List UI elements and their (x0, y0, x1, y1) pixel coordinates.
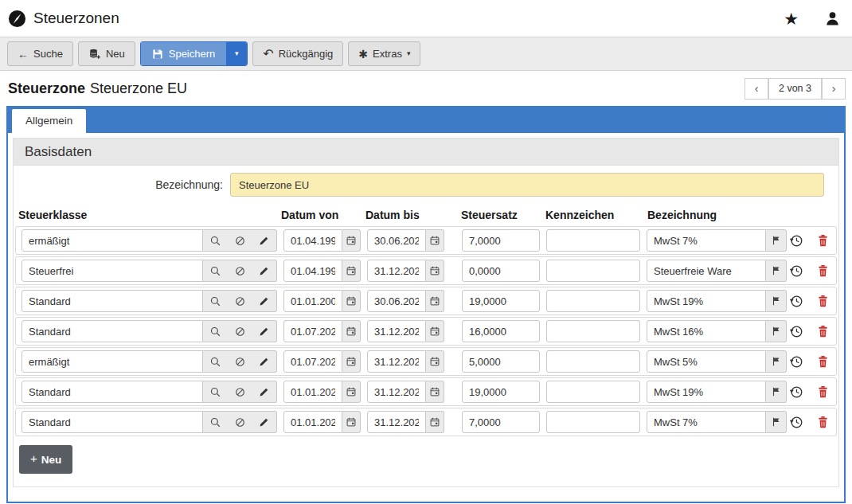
save-button[interactable]: Speichern (141, 42, 227, 65)
edit-button[interactable] (252, 291, 276, 311)
search-button[interactable]: ← Suche (7, 41, 73, 66)
translate-flag-button[interactable] (766, 411, 787, 433)
steuersatz-input[interactable] (462, 260, 540, 282)
datum-bis-picker-button[interactable] (426, 290, 444, 312)
datum-bis-picker-button[interactable] (426, 260, 444, 282)
clear-button[interactable] (228, 321, 252, 342)
datum-von-picker-button[interactable] (342, 381, 361, 403)
clear-button[interactable] (228, 291, 252, 311)
new-button[interactable]: Neu (78, 41, 135, 66)
steuersatz-input[interactable] (462, 290, 540, 312)
kennzeichen-input[interactable] (546, 290, 640, 312)
datum-von-picker-button[interactable] (342, 260, 361, 282)
translate-flag-button[interactable] (766, 260, 787, 282)
row-bezeichnung-input[interactable] (647, 320, 766, 342)
steuersatz-input[interactable] (462, 381, 540, 403)
history-icon[interactable] (789, 324, 803, 338)
steuersatz-input[interactable] (462, 320, 540, 342)
kennzeichen-input[interactable] (546, 411, 640, 433)
kennzeichen-input[interactable] (546, 260, 640, 282)
delete-trash-icon[interactable] (817, 416, 829, 428)
edit-button[interactable] (252, 351, 276, 372)
row-bezeichnung-input[interactable] (647, 290, 766, 312)
lookup-button[interactable] (203, 321, 228, 342)
lookup-button[interactable] (203, 412, 228, 432)
lookup-button[interactable] (203, 260, 228, 281)
delete-trash-icon[interactable] (817, 264, 829, 277)
tab-allgemein[interactable]: Allgemein (12, 109, 86, 133)
lookup-button[interactable] (203, 291, 228, 311)
delete-trash-icon[interactable] (817, 355, 829, 368)
datum-bis-input[interactable] (367, 290, 426, 312)
clear-button[interactable] (228, 260, 252, 281)
row-bezeichnung-input[interactable] (647, 260, 766, 282)
datum-von-picker-button[interactable] (342, 411, 361, 433)
save-dropdown-button[interactable]: ▾ (226, 42, 247, 65)
row-bezeichnung-input[interactable] (647, 229, 766, 252)
history-icon[interactable] (789, 354, 803, 369)
extras-button[interactable]: ✱ Extras ▾ (348, 41, 420, 66)
datum-von-picker-button[interactable] (342, 229, 361, 252)
lookup-button[interactable] (203, 230, 228, 251)
lookup-button[interactable] (203, 351, 228, 372)
datum-bis-input[interactable] (367, 411, 426, 433)
datum-bis-picker-button[interactable] (426, 350, 444, 373)
datum-von-picker-button[interactable] (342, 290, 361, 312)
datum-bis-input[interactable] (367, 260, 426, 282)
edit-button[interactable] (252, 260, 276, 281)
translate-flag-button[interactable] (766, 320, 787, 342)
delete-trash-icon[interactable] (817, 295, 829, 307)
bezeichnung-input[interactable] (230, 173, 824, 197)
kennzeichen-input[interactable] (546, 320, 640, 342)
translate-flag-button[interactable] (766, 381, 787, 403)
history-icon[interactable] (789, 233, 803, 248)
datum-bis-input[interactable] (367, 320, 426, 342)
edit-button[interactable] (252, 412, 276, 432)
datum-von-picker-button[interactable] (342, 350, 361, 373)
datum-bis-input[interactable] (367, 229, 426, 252)
clear-button[interactable] (228, 230, 252, 251)
history-icon[interactable] (789, 264, 803, 278)
steuerklasse-input[interactable] (21, 411, 203, 433)
steuerklasse-input[interactable] (21, 290, 203, 312)
edit-button[interactable] (252, 321, 276, 342)
steuerklasse-input[interactable] (21, 350, 203, 373)
datum-bis-input[interactable] (367, 381, 426, 403)
datum-von-input[interactable] (283, 411, 342, 433)
kennzeichen-input[interactable] (546, 229, 640, 252)
history-icon[interactable] (789, 415, 803, 429)
delete-trash-icon[interactable] (817, 385, 829, 398)
favorite-star-icon[interactable]: ★ (784, 10, 799, 27)
clear-button[interactable] (228, 381, 252, 402)
clear-button[interactable] (228, 351, 252, 372)
row-bezeichnung-input[interactable] (647, 381, 766, 403)
translate-flag-button[interactable] (766, 290, 787, 312)
datum-von-picker-button[interactable] (342, 320, 361, 342)
datum-von-input[interactable] (283, 290, 342, 312)
translate-flag-button[interactable] (766, 350, 787, 373)
next-record-button[interactable]: › (822, 78, 846, 100)
row-bezeichnung-input[interactable] (647, 411, 766, 433)
edit-button[interactable] (252, 230, 276, 251)
translate-flag-button[interactable] (766, 229, 787, 252)
undo-button[interactable]: ↶ Rückgängig (252, 41, 343, 66)
steuersatz-input[interactable] (462, 229, 540, 252)
datum-von-input[interactable] (283, 229, 342, 252)
datum-von-input[interactable] (283, 350, 342, 373)
kennzeichen-input[interactable] (546, 350, 640, 373)
lookup-button[interactable] (203, 381, 228, 402)
edit-button[interactable] (252, 381, 276, 402)
datum-von-input[interactable] (283, 260, 342, 282)
history-icon[interactable] (789, 385, 803, 399)
delete-trash-icon[interactable] (817, 234, 829, 247)
steuerklasse-input[interactable] (21, 320, 203, 342)
history-icon[interactable] (789, 294, 803, 308)
clear-button[interactable] (228, 412, 252, 432)
steuersatz-input[interactable] (462, 350, 540, 373)
datum-bis-picker-button[interactable] (426, 229, 444, 252)
user-account-icon[interactable] (824, 10, 841, 27)
datum-von-input[interactable] (283, 381, 342, 403)
steuerklasse-input[interactable] (21, 260, 203, 282)
prev-record-button[interactable]: ‹ (745, 78, 768, 100)
kennzeichen-input[interactable] (546, 381, 640, 403)
